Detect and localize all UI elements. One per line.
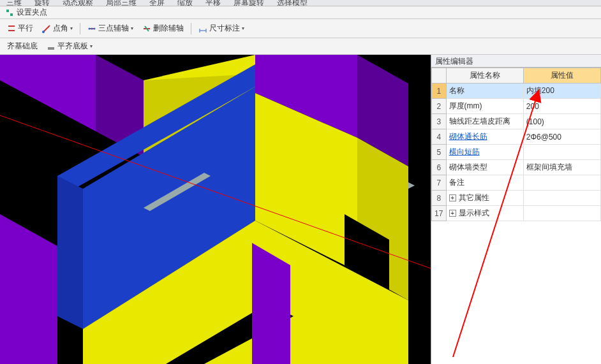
property-row[interactable]: 2厚度(mm)200	[432, 99, 601, 114]
three-point-icon	[87, 24, 96, 33]
delete-aux-icon	[142, 24, 151, 33]
svg-marker-24	[57, 176, 83, 329]
property-value-cell[interactable]	[523, 191, 600, 206]
top-menu-strip: 三维 旋转 动态观察 局部三维 全屏 缩放 平移 屏幕旋转 选择模型	[0, 0, 601, 6]
dimension-icon	[198, 24, 207, 33]
svg-line-4	[43, 25, 50, 32]
row-number: 8	[432, 191, 447, 206]
point-angle-button[interactable]: 点角 ▾	[39, 22, 76, 35]
property-row[interactable]: 5横向短筋	[432, 145, 601, 160]
name-header[interactable]: 属性名称	[446, 68, 523, 84]
value-header[interactable]: 属性值	[523, 68, 600, 84]
align-icon	[47, 42, 56, 51]
svg-point-7	[89, 27, 91, 29]
property-value-cell[interactable]: 框架间填充墙	[523, 160, 600, 175]
panel-title: 属性编辑器	[431, 55, 601, 68]
dropdown-arrow-icon[interactable]: ▾	[70, 25, 73, 31]
row-number: 17	[432, 206, 447, 221]
property-name-cell: 名称	[446, 84, 523, 99]
svg-rect-0	[6, 10, 9, 12]
aux-axis-toolbar: 平行 点角 ▾ 三点辅轴 ▾ 删除辅轴 尺寸标注 ▾	[0, 19, 601, 38]
row-number: 5	[432, 145, 447, 160]
property-name-cell: 备注	[446, 175, 523, 191]
svg-point-9	[94, 27, 96, 29]
svg-point-8	[91, 27, 93, 29]
property-row[interactable]: 17+显示样式	[432, 206, 601, 221]
toolbar-separator	[191, 23, 191, 34]
property-value-cell[interactable]: (100)	[523, 114, 600, 129]
property-value-cell[interactable]	[523, 145, 600, 160]
property-name-cell: +其它属性	[446, 191, 523, 206]
parallel-icon	[7, 24, 16, 33]
parallel-button[interactable]: 平行	[4, 22, 36, 35]
dropdown-arrow-icon[interactable]: ▾	[131, 25, 133, 31]
property-name-cell[interactable]: 砌体通长筋	[446, 129, 523, 145]
property-value-cell[interactable]	[523, 206, 600, 221]
svg-point-5	[42, 31, 45, 33]
expand-icon[interactable]: +	[449, 194, 456, 201]
grip-icon	[5, 8, 14, 17]
row-number: 3	[432, 114, 447, 129]
dropdown-arrow-icon[interactable]: ▾	[242, 25, 244, 31]
row-number: 7	[432, 175, 447, 191]
dimension-button[interactable]: 尺寸标注 ▾	[195, 22, 248, 35]
property-row[interactable]: 1名称内墙200	[432, 84, 601, 99]
property-row[interactable]: 4砌体通长筋2Φ6@500	[432, 129, 601, 145]
set-grip-item[interactable]: 设置夹点	[5, 7, 47, 18]
property-name-cell: 砌体墙类型	[446, 160, 523, 175]
property-value-cell[interactable]: 2Φ6@500	[523, 129, 600, 145]
sub-toolbar: 设置夹点	[0, 6, 601, 19]
property-name-cell[interactable]: 横向短筋	[446, 145, 523, 160]
property-value-cell[interactable]: 内墙200	[523, 84, 600, 99]
property-name-cell: 轴线距左墙皮距离	[446, 114, 523, 129]
property-name-cell: +显示样式	[446, 206, 523, 221]
property-row[interactable]: 7备注	[432, 175, 601, 191]
row-number: 2	[432, 99, 447, 114]
toolbar-separator	[80, 23, 80, 34]
row-number: 1	[432, 84, 447, 99]
property-editor-panel: 属性编辑器 属性名称 属性值 1名称内墙2002厚度(mm)2003轴线距左墙皮…	[431, 55, 601, 364]
expand-icon[interactable]: +	[449, 210, 456, 217]
property-value-cell[interactable]	[523, 175, 600, 191]
svg-rect-1	[10, 13, 13, 16]
align-toolbar: 齐基础底 平齐底板 ▾	[0, 38, 601, 55]
align-floor-button[interactable]: 平齐底板 ▾	[43, 40, 96, 53]
property-name-cell: 厚度(mm)	[446, 99, 523, 114]
row-number: 4	[432, 129, 447, 145]
property-row[interactable]: 6砌体墙类型框架间填充墙	[432, 160, 601, 175]
align-foundation-button[interactable]: 齐基础底	[4, 40, 41, 53]
dropdown-arrow-icon[interactable]: ▾	[90, 43, 93, 49]
3d-model-canvas	[0, 55, 431, 364]
3d-viewport[interactable]	[0, 55, 431, 364]
property-value-cell[interactable]: 200	[523, 99, 600, 114]
svg-rect-15	[48, 47, 54, 50]
rownum-header	[432, 68, 447, 84]
property-row[interactable]: 3轴线距左墙皮距离(100)	[432, 114, 601, 129]
point-angle-icon	[42, 24, 51, 33]
property-grid[interactable]: 属性名称 属性值 1名称内墙2002厚度(mm)2003轴线距左墙皮距离(100…	[431, 68, 601, 221]
three-point-aux-button[interactable]: 三点辅轴 ▾	[84, 22, 137, 35]
delete-aux-button[interactable]: 删除辅轴	[139, 22, 187, 35]
property-row[interactable]: 8+其它属性	[432, 191, 601, 206]
row-number: 6	[432, 160, 447, 175]
